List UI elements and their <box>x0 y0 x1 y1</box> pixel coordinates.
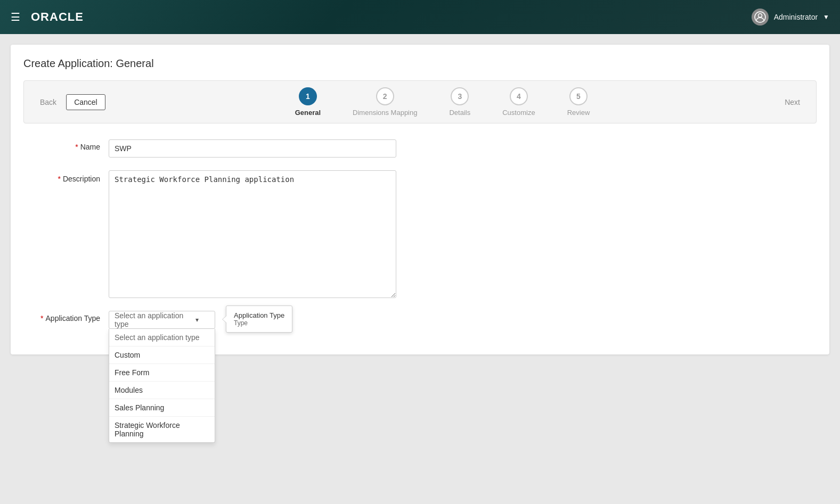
main-content: Create Application: General Back Cancel … <box>0 34 840 504</box>
step-3-label: Details <box>449 109 470 117</box>
dropdown-option-sales-planning[interactable]: Sales Planning <box>109 399 215 417</box>
step-1-general: 1 General <box>295 87 321 117</box>
step-2-dimensions: 2 Dimensions Mapping <box>353 87 417 117</box>
create-application-card: Create Application: General Back Cancel … <box>11 45 829 354</box>
name-required-star: * <box>75 143 78 151</box>
select-dropdown-arrow-icon: ▾ <box>195 316 199 324</box>
step-5-circle: 5 <box>569 87 588 105</box>
user-avatar-icon <box>752 9 769 26</box>
application-type-tooltip: Application Type Type <box>226 305 292 333</box>
page-title: Create Application: General <box>23 57 817 70</box>
tooltip-line2: Type <box>234 319 284 327</box>
stepper-steps: 1 General 2 Dimensions Mapping 3 Details… <box>105 87 779 117</box>
dropdown-option-swp[interactable]: Strategic Workforce Planning <box>109 417 215 442</box>
step-3-circle: 3 <box>451 87 469 105</box>
step-4-circle: 4 <box>510 87 528 105</box>
dropdown-option-custom[interactable]: Custom <box>109 346 215 364</box>
stepper-next-area: Next <box>779 95 805 110</box>
name-label: *Name <box>23 139 109 151</box>
cancel-button[interactable]: Cancel <box>66 94 105 110</box>
application-type-select-container: Select an application type ▾ Select an a… <box>109 311 215 329</box>
dropdown-option-free-form[interactable]: Free Form <box>109 364 215 382</box>
dropdown-option-modules[interactable]: Modules <box>109 382 215 399</box>
step-4-customize: 4 Customize <box>502 87 535 117</box>
step-4-label: Customize <box>502 109 535 117</box>
top-navigation: ☰ ORACLE Administrator ▼ <box>0 0 840 34</box>
name-input[interactable] <box>109 139 396 158</box>
svg-point-1 <box>758 14 762 18</box>
application-type-dropdown: Select an application type Custom Free F… <box>109 329 215 443</box>
hamburger-menu-icon[interactable]: ☰ <box>11 11 20 23</box>
stepper-bar: Back Cancel 1 General 2 Dimensions Mappi… <box>23 80 817 123</box>
next-button[interactable]: Next <box>779 95 805 110</box>
step-2-label: Dimensions Mapping <box>353 109 417 117</box>
step-5-review: 5 Review <box>567 87 590 117</box>
desc-required-star: * <box>58 175 61 183</box>
description-textarea[interactable]: Strategic Workforce Planning application <box>109 170 396 298</box>
back-button[interactable]: Back <box>35 94 62 110</box>
user-dropdown-arrow-icon[interactable]: ▼ <box>823 13 829 21</box>
step-1-circle: 1 <box>299 87 317 105</box>
name-form-group: *Name <box>23 139 817 158</box>
application-type-label: *Application Type <box>23 311 109 323</box>
description-label: *Description <box>23 170 109 183</box>
stepper-actions: Back Cancel <box>35 94 105 110</box>
step-2-circle: 2 <box>376 87 394 105</box>
oracle-logo: ORACLE <box>31 10 84 24</box>
step-5-label: Review <box>567 109 590 117</box>
description-form-group: *Description Strategic Workforce Plannin… <box>23 170 817 298</box>
select-placeholder-text: Select an application type <box>115 311 195 328</box>
dropdown-option-placeholder[interactable]: Select an application type <box>109 329 215 346</box>
tooltip-line1: Application Type <box>234 311 284 319</box>
apptype-required-star: * <box>40 314 43 323</box>
admin-name-label: Administrator <box>774 13 818 21</box>
step-3-details: 3 Details <box>449 87 470 117</box>
application-type-select[interactable]: Select an application type ▾ <box>109 311 215 329</box>
application-type-form-group: *Application Type Select an application … <box>23 311 817 329</box>
step-1-label: General <box>295 109 321 117</box>
